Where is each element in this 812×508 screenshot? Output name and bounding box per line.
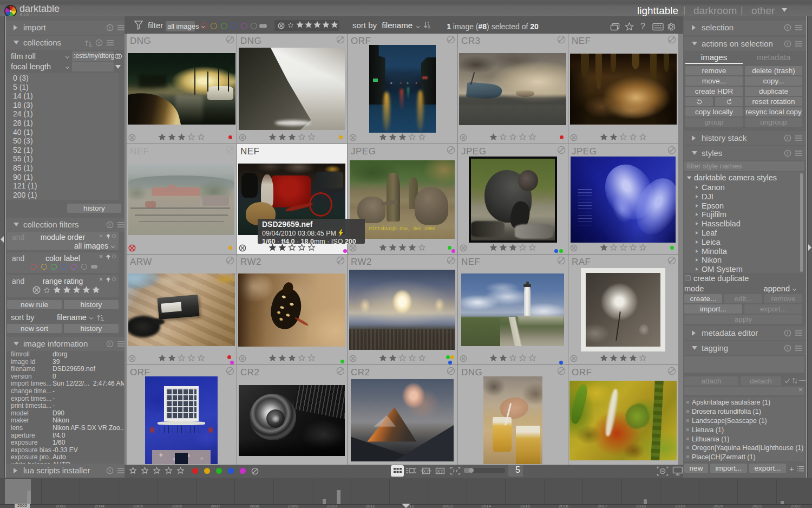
svg-text:XY: XY — [423, 468, 429, 474]
svg-text:XY: XY — [437, 468, 443, 474]
